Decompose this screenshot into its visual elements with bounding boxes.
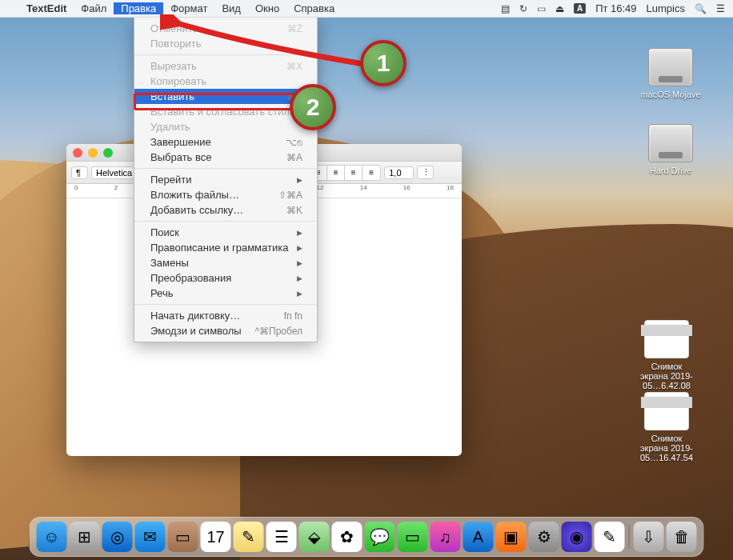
window-close-button[interactable] (73, 148, 82, 158)
annotation-arrow (160, 14, 376, 86)
menubar-clock[interactable]: Пт 16:49 (595, 2, 636, 14)
eject-icon[interactable]: ⏏ (555, 3, 564, 14)
menu-item-завершение[interactable]: Завершение⌥⎋ (134, 134, 317, 150)
menu-item-удалить: Удалить (134, 119, 317, 134)
dock-appstore[interactable]: A (463, 522, 494, 552)
icon-label: Hard Drive (640, 166, 701, 175)
paragraph-style-select[interactable]: ¶ (71, 166, 88, 179)
menu-item-вложить-файлы-[interactable]: Вложить файлы…⇧⌘A (134, 187, 317, 202)
dock-finder[interactable]: ☺ (37, 522, 67, 552)
input-language-badge[interactable]: А (574, 3, 586, 14)
dock-maps[interactable]: ⬙ (299, 522, 330, 552)
screenshot-icon (644, 392, 689, 430)
display-icon[interactable]: ▭ (537, 3, 546, 14)
annotation-callout-1: 1 (360, 40, 407, 86)
dock-photos[interactable]: ✿ (332, 522, 362, 552)
dock-itunes[interactable]: ♫ (431, 522, 461, 552)
dock-trash[interactable]: 🗑 (667, 522, 697, 552)
dock-reminders[interactable]: ☰ (266, 522, 297, 552)
menu-item-добавить-ссылку-[interactable]: Добавить ссылку…⌘K (134, 202, 317, 218)
window-zoom-button[interactable] (103, 148, 113, 158)
menu-item-речь[interactable]: Речь (134, 286, 317, 301)
list-style-select[interactable]: ⋮ (417, 166, 434, 179)
disk-icon (648, 124, 693, 162)
menu-файл[interactable]: Файл (74, 2, 114, 14)
screenshot-icon (644, 320, 689, 358)
dock: ☺⊞◎✉▭17✎☰⬙✿💬▭♫A▣⚙◉✎⇩🗑 (30, 517, 704, 557)
dock-books[interactable]: ▣ (496, 522, 527, 552)
window-minimize-button[interactable] (88, 148, 98, 158)
dock-messages[interactable]: 💬 (365, 522, 395, 552)
desktop-icon-macos-mojave[interactable]: macOS Mojave (640, 48, 701, 99)
icon-label: Снимок экрана 2019-05…16.47.54 (636, 434, 697, 462)
align-center-button[interactable]: ≡ (327, 166, 345, 180)
menu-окно[interactable]: Окно (248, 2, 286, 14)
dock-facetime[interactable]: ▭ (398, 522, 428, 552)
dock-preferences[interactable]: ⚙ (529, 522, 559, 552)
line-spacing-select[interactable]: 1,0 (384, 166, 413, 179)
alignment-group: ≡ ≡ ≡ ≡ (309, 165, 381, 181)
menu-item-преобразования[interactable]: Преобразования (134, 270, 317, 286)
disk-status-icon[interactable]: ▤ (501, 3, 510, 14)
menubar-user[interactable]: Lumpics (647, 2, 685, 14)
menu-item-выбрать-все[interactable]: Выбрать все⌘A (134, 150, 317, 165)
dock-contacts[interactable]: ▭ (168, 522, 198, 552)
align-justify-button[interactable]: ≡ (362, 166, 380, 180)
icon-label: macOS Mojave (640, 90, 701, 99)
menu-item-замены[interactable]: Замены (134, 255, 317, 270)
desktop-icon-снимок-экрана-2019-05…16.47.54[interactable]: Снимок экрана 2019-05…16.47.54 (636, 392, 697, 462)
menu-item-эмодзи-и-символы[interactable]: Эмодзи и символы^⌘Пробел (134, 323, 317, 338)
timemachine-icon[interactable]: ↻ (519, 3, 527, 14)
dock-notes[interactable]: ✎ (234, 522, 264, 552)
annotation-callout-2: 2 (290, 84, 336, 130)
menu-item-поиск[interactable]: Поиск (134, 225, 317, 240)
dock-launchpad[interactable]: ⊞ (70, 522, 100, 552)
menu-item-правописание-и-грамматика[interactable]: Правописание и грамматика (134, 240, 317, 255)
dock-mail[interactable]: ✉ (135, 522, 166, 552)
menu-формат[interactable]: Формат (163, 2, 214, 14)
dock-downloads[interactable]: ⇩ (634, 522, 664, 552)
menu-item-начать-диктовку-[interactable]: Начать диктовку…fn fn (134, 308, 317, 323)
desktop-icon-hard-drive[interactable]: Hard Drive (640, 124, 701, 175)
desktop-icon-снимок-экрана-2019-05…6.42.08[interactable]: Снимок экрана 2019-05…6.42.08 (636, 320, 697, 390)
menu-вид[interactable]: Вид (214, 2, 248, 14)
dock-safari[interactable]: ◎ (102, 522, 133, 552)
menu-правка[interactable]: Правка (114, 2, 163, 14)
search-icon[interactable]: 🔍 (695, 3, 707, 14)
disk-icon (648, 48, 693, 86)
menu-справка[interactable]: Справка (286, 2, 342, 14)
app-name[interactable]: TextEdit (19, 2, 74, 14)
dock-textedit[interactable]: ✎ (595, 522, 625, 552)
dock-calendar[interactable]: 17 (201, 522, 231, 552)
notification-center-icon[interactable]: ☰ (716, 3, 725, 14)
dock-spotlight[interactable]: ◉ (562, 522, 592, 552)
align-right-button[interactable]: ≡ (345, 166, 362, 180)
icon-label: Снимок экрана 2019-05…6.42.08 (636, 362, 697, 390)
menu-item-перейти[interactable]: Перейти (134, 172, 317, 187)
